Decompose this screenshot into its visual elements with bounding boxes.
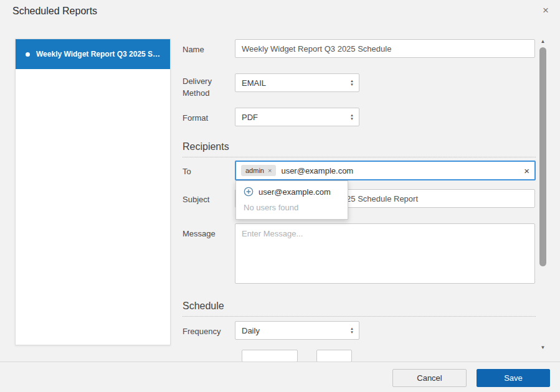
- remove-tag-icon[interactable]: ×: [268, 167, 272, 174]
- select-arrows-icon: ▲▼: [350, 327, 354, 334]
- add-recipient-label: user@example.com: [259, 187, 331, 197]
- frequency-value: Daily: [242, 326, 260, 335]
- delivery-method-select[interactable]: EMAIL ▲▼: [235, 73, 359, 92]
- format-label: Format: [183, 113, 230, 124]
- dialog-title: Scheduled Reports: [12, 6, 97, 17]
- subject-label: Subject: [183, 194, 230, 206]
- select-arrows-icon: ▲▼: [350, 79, 354, 86]
- bullet-icon: [26, 52, 30, 57]
- report-list: Weekly Widget Report Q3 2025 Schedule: [15, 39, 171, 345]
- scheduled-reports-dialog: Scheduled Reports × Weekly Widget Report…: [0, 0, 560, 392]
- meridiem-field-partial[interactable]: [316, 350, 352, 362]
- form-scrollbar[interactable]: ▲ ▼: [538, 37, 548, 357]
- cancel-button[interactable]: Cancel: [392, 369, 467, 387]
- scroll-up-icon[interactable]: ▲: [538, 39, 548, 44]
- name-input[interactable]: [235, 39, 535, 58]
- frequency-label: Frequency: [183, 326, 230, 338]
- time-field-partial[interactable]: [242, 350, 298, 362]
- report-item-label: Weekly Widget Report Q3 2025 Schedule: [36, 50, 161, 58]
- to-recipients-input[interactable]: admin × user@example.com ×: [235, 161, 536, 180]
- clear-input-icon[interactable]: ×: [524, 166, 529, 176]
- format-value: PDF: [242, 113, 258, 122]
- recipient-tag: admin ×: [241, 165, 276, 176]
- delivery-method-label: Delivery Method: [183, 76, 230, 100]
- recipient-tag-label: admin: [245, 167, 264, 174]
- delivery-method-value: EMAIL: [242, 78, 266, 88]
- add-circle-icon: [244, 187, 254, 197]
- add-recipient-option[interactable]: user@example.com: [236, 181, 348, 200]
- format-select[interactable]: PDF ▲▼: [235, 108, 359, 126]
- select-arrows-icon: ▲▼: [350, 113, 354, 121]
- recipients-heading: Recipients: [183, 141, 536, 157]
- no-users-found-text: No users found: [236, 200, 348, 219]
- scrollbar-thumb[interactable]: [539, 47, 546, 266]
- frequency-select[interactable]: Daily ▲▼: [235, 321, 359, 340]
- save-button[interactable]: Save: [477, 369, 550, 387]
- to-label: To: [183, 166, 230, 178]
- report-list-item[interactable]: Weekly Widget Report Q3 2025 Schedule: [16, 39, 170, 69]
- recipient-suggestion-dropdown: user@example.com No users found: [235, 180, 348, 220]
- dialog-footer: Cancel Save: [0, 362, 560, 392]
- to-typed-text[interactable]: user@example.com: [281, 166, 520, 175]
- schedule-heading: Schedule: [183, 301, 536, 317]
- name-label: Name: [183, 44, 230, 56]
- scroll-down-icon[interactable]: ▼: [538, 345, 548, 350]
- message-label: Message: [183, 228, 230, 240]
- close-icon[interactable]: ×: [543, 5, 549, 16]
- message-textarea[interactable]: [235, 223, 535, 284]
